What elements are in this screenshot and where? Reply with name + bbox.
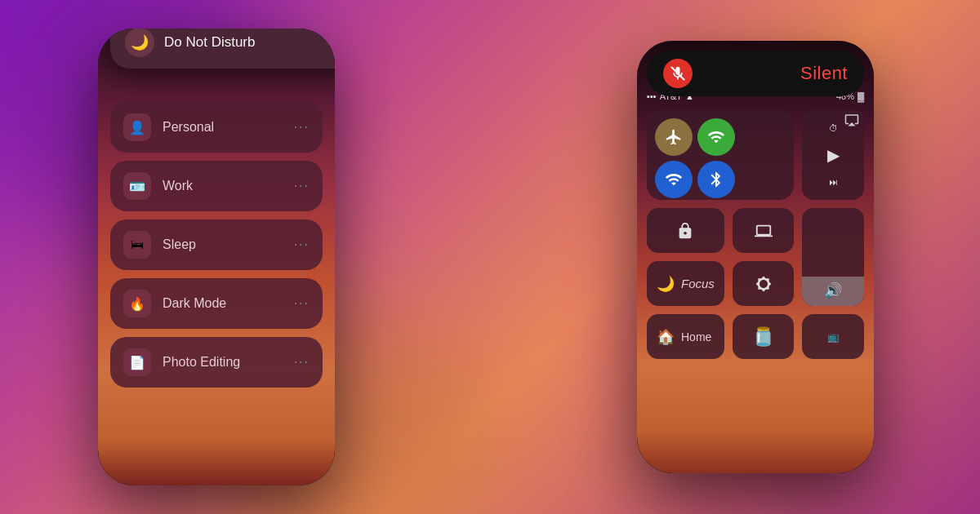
dnd-label: Do Not Disturb xyxy=(164,34,323,51)
homekit-app-button[interactable]: 🫙 xyxy=(733,314,795,359)
darkmode-icon: 🔥 xyxy=(123,290,151,317)
appletv-button[interactable]: 📺 xyxy=(802,314,864,359)
appletv-icon: 📺 xyxy=(827,331,840,343)
focus-moon-icon: 🌙 xyxy=(657,275,675,293)
photoediting-label: Photo Editing xyxy=(163,355,283,370)
battery-icon: ▓ xyxy=(858,91,864,101)
timer-icon[interactable]: ⏱ xyxy=(829,123,838,133)
personal-label: Personal xyxy=(163,120,283,135)
skip-icon[interactable]: ⏭ xyxy=(829,177,838,187)
focus-label: Focus xyxy=(681,277,715,290)
focus-list: 👤 Personal ··· 🪪 Work ··· 🛏 Sleep ··· xyxy=(110,102,323,388)
focus-item-darkmode[interactable]: 🔥 Dark Mode ··· xyxy=(110,278,323,329)
brightness-button[interactable] xyxy=(733,261,795,306)
dnd-banner[interactable]: 🌙 Do Not Disturb ••• xyxy=(110,29,335,69)
airplay-icon[interactable] xyxy=(844,113,859,131)
focus-item-photoediting[interactable]: 📄 Photo Editing ··· xyxy=(110,337,323,388)
volume-slider[interactable]: 🔊 xyxy=(802,208,864,306)
focus-item-personal[interactable]: 👤 Personal ··· xyxy=(110,102,323,153)
phone-left: 🌙 Do Not Disturb ••• 👤 Personal ··· 🪪 Wo… xyxy=(98,29,335,485)
signal-icon: ▪▪▪ xyxy=(647,91,657,101)
control-center-grid: ⏱ ▶ ⏭ 🔊 🌙 xyxy=(647,110,864,463)
personal-icon: 👤 xyxy=(123,113,151,141)
photoediting-more[interactable]: ··· xyxy=(294,355,310,370)
silent-label: Silent xyxy=(800,63,848,84)
homekit-icon: 🫙 xyxy=(752,326,774,348)
screen-mirror-button[interactable] xyxy=(733,208,795,253)
focus-item-work[interactable]: 🪪 Work ··· xyxy=(110,161,323,211)
cellular-button[interactable] xyxy=(697,118,735,156)
home-icon: 🏠 xyxy=(657,328,675,346)
focus-item-sleep[interactable]: 🛏 Sleep ··· xyxy=(110,219,323,270)
bluetooth-button[interactable] xyxy=(697,161,735,198)
photoediting-icon: 📄 xyxy=(123,348,151,376)
sleep-more[interactable]: ··· xyxy=(294,237,310,252)
personal-more[interactable]: ··· xyxy=(294,120,310,135)
left-phone-screen: 🌙 Do Not Disturb ••• 👤 Personal ··· 🪪 Wo… xyxy=(98,29,335,485)
screen-lock-button[interactable] xyxy=(647,208,724,253)
moon-icon: 🌙 xyxy=(125,29,154,57)
volume-icon: 🔊 xyxy=(824,281,842,299)
home-label: Home xyxy=(681,330,711,343)
work-label: Work xyxy=(163,179,283,193)
home-control-button[interactable]: 🏠 Home xyxy=(647,314,724,359)
darkmode-more[interactable]: ··· xyxy=(294,296,310,311)
focus-button[interactable]: 🌙 Focus xyxy=(647,261,724,306)
work-icon: 🪪 xyxy=(123,172,151,200)
phones-container: 🌙 Do Not Disturb ••• 👤 Personal ··· 🪪 Wo… xyxy=(0,0,980,514)
connectivity-block xyxy=(647,110,794,200)
work-more[interactable]: ··· xyxy=(294,179,310,193)
silent-banner: Silent xyxy=(647,51,864,96)
mute-icon xyxy=(663,59,693,88)
sleep-label: Sleep xyxy=(163,237,283,252)
phone-right: Silent ▪▪▪ AT&T ▲ 48% ▓ xyxy=(637,41,874,473)
darkmode-label: Dark Mode xyxy=(163,296,283,311)
conn-inner xyxy=(655,118,735,198)
airplane-mode-button[interactable] xyxy=(655,118,693,156)
play-button[interactable]: ▶ xyxy=(827,145,840,165)
right-phone-screen: Silent ▪▪▪ AT&T ▲ 48% ▓ xyxy=(637,41,874,473)
wifi-button[interactable] xyxy=(655,161,693,198)
sleep-icon: 🛏 xyxy=(123,231,151,259)
dnd-more-button[interactable]: ••• xyxy=(332,34,335,51)
